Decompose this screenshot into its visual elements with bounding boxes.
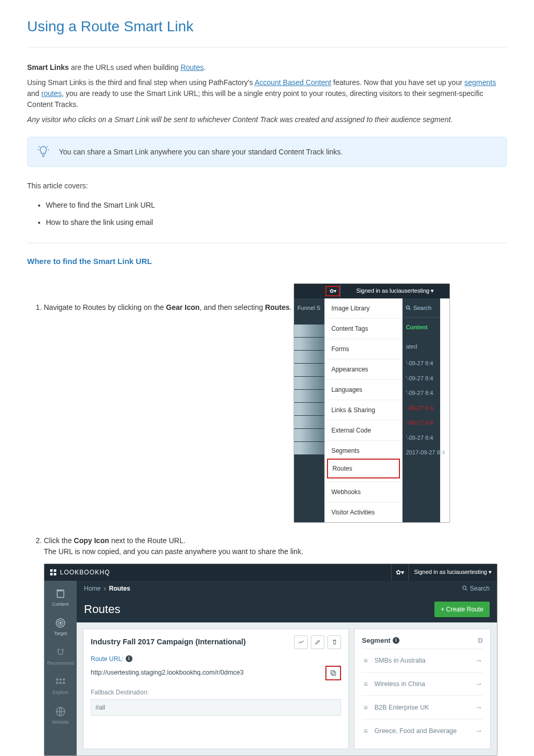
routes-heading: Routes bbox=[84, 601, 120, 618]
crumb-home[interactable]: Home bbox=[84, 584, 101, 593]
menu-visitor-activities[interactable]: Visitor Activities bbox=[325, 502, 402, 522]
svg-line-7 bbox=[409, 308, 411, 310]
menu-webhooks[interactable]: Webhooks bbox=[325, 482, 402, 502]
menu-external-code[interactable]: External Code bbox=[325, 421, 402, 441]
col-d: D bbox=[478, 635, 483, 646]
date-2: '-09-27 8:4 bbox=[403, 371, 440, 386]
abc-link[interactable]: Account Based Content bbox=[254, 78, 331, 87]
gear-menu: Image Library Content Tags Forms Appeara… bbox=[324, 298, 403, 522]
s2c: next to the Route URL. bbox=[109, 536, 185, 545]
drag-icon[interactable]: ≡ bbox=[362, 726, 369, 737]
delete-button[interactable] bbox=[327, 635, 341, 649]
gear-dropdown-highlight[interactable]: ✿▾ bbox=[325, 286, 340, 296]
fallback-label: Fallback Destination: bbox=[91, 688, 341, 697]
segments-card: Segment i D ≡ SMBs in Australia → bbox=[354, 629, 491, 750]
search-icon bbox=[406, 305, 411, 310]
tip-text: You can share a Smart Link anywhere you … bbox=[59, 147, 343, 158]
svg-point-6 bbox=[407, 306, 410, 309]
drag-icon[interactable]: ≡ bbox=[362, 702, 369, 713]
arrow-icon: → bbox=[475, 678, 483, 690]
menu-forms[interactable]: Forms bbox=[325, 339, 402, 359]
rail-target[interactable]: Target bbox=[44, 613, 77, 642]
svg-rect-18 bbox=[56, 682, 58, 684]
svg-rect-17 bbox=[63, 679, 65, 681]
s1d: Routes bbox=[265, 303, 289, 311]
copy-url-button[interactable] bbox=[325, 666, 341, 680]
signed-in-2[interactable]: Signed in as luciausertesting ▾ bbox=[409, 568, 492, 577]
search-right[interactable]: Search bbox=[462, 584, 490, 593]
segment-name: B2B Enterprise UK bbox=[374, 703, 429, 713]
info-icon[interactable]: i bbox=[393, 637, 399, 644]
covers-lead: This article covers: bbox=[27, 181, 507, 191]
covers-item-1: Where to find the Smart Link URL bbox=[46, 197, 507, 214]
menu-languages[interactable]: Languages bbox=[325, 380, 402, 400]
pencil-icon bbox=[314, 639, 321, 645]
drag-icon[interactable]: ≡ bbox=[362, 679, 369, 690]
route-card: Industry Fall 2017 Campaign (Internation… bbox=[83, 629, 349, 750]
routes-link[interactable]: Routes bbox=[180, 63, 203, 71]
menu-content-tags[interactable]: Content Tags bbox=[325, 319, 402, 339]
menu-routes-highlight[interactable]: Routes bbox=[325, 459, 402, 482]
routes-link-2[interactable]: routes bbox=[41, 89, 62, 98]
segment-row[interactable]: ≡ Greece, Food and Beverage → bbox=[362, 719, 483, 742]
svg-rect-24 bbox=[332, 671, 336, 675]
section-where-title: Where to find the Smart Link URL bbox=[27, 256, 507, 268]
menu-segments[interactable]: Segments bbox=[325, 441, 402, 459]
date-6: '-09-27 8:4 bbox=[403, 430, 440, 446]
rail-recommend[interactable]: Recommend bbox=[44, 643, 77, 671]
edit-button[interactable] bbox=[311, 635, 324, 649]
analytics-button[interactable] bbox=[294, 635, 308, 649]
date-7: 2017-09-27 8:4 bbox=[403, 445, 440, 460]
intro-line-1: Smart Links are the URLs used when build… bbox=[27, 62, 507, 73]
fallback-value: #all bbox=[91, 699, 341, 716]
drag-icon[interactable]: ≡ bbox=[362, 655, 369, 666]
rail-website[interactable]: Website bbox=[44, 702, 77, 730]
segments-link[interactable]: segments bbox=[465, 78, 496, 87]
create-route-button[interactable]: + Create Route bbox=[434, 602, 490, 617]
segment-row[interactable]: ≡ Wireless in China → bbox=[362, 672, 483, 695]
title-row: Routes + Create Route bbox=[77, 596, 497, 622]
intro-l2c: and bbox=[27, 89, 41, 98]
crumb-routes: Routes bbox=[109, 584, 130, 593]
rail-content[interactable]: Content bbox=[44, 584, 77, 613]
intro-italic: Any visitor who clicks on a Smart Link w… bbox=[27, 114, 507, 125]
info-icon[interactable]: i bbox=[126, 655, 132, 662]
target-icon bbox=[55, 617, 66, 629]
rail-target-label: Target bbox=[54, 631, 67, 636]
breadcrumb-row: Home › Routes Search bbox=[77, 581, 497, 596]
menu-image-library[interactable]: Image Library bbox=[325, 298, 402, 319]
menu-appearances[interactable]: Appearances bbox=[325, 359, 402, 380]
route-url-label: Route URL: i bbox=[91, 654, 341, 664]
segment-row[interactable]: ≡ SMBs in Australia → bbox=[362, 649, 483, 672]
rail-recommend-label: Recommend bbox=[47, 661, 74, 666]
trash-icon bbox=[331, 639, 338, 645]
brand-logo-icon bbox=[50, 569, 57, 576]
gear-dropdown[interactable]: ✿▾ bbox=[391, 564, 409, 581]
left-rail-partial: Funnel S bbox=[294, 298, 324, 522]
copy-icon bbox=[330, 669, 337, 677]
content-icon bbox=[55, 588, 66, 599]
page-title: Using a Route Smart Link bbox=[27, 0, 507, 47]
arrow-icon: → bbox=[475, 701, 483, 714]
step2-sub: The URL is now copied, and you can paste… bbox=[44, 546, 507, 557]
svg-rect-11 bbox=[54, 573, 56, 575]
route-url-value: http://usertesting.staging2.lookbookhq.c… bbox=[91, 668, 322, 678]
campaign-title: Industry Fall 2017 Campaign (Internation… bbox=[91, 637, 291, 648]
signed-in-label[interactable]: Signed in as luciausertesting ▾ bbox=[341, 284, 450, 298]
s1b: Gear Icon bbox=[166, 303, 200, 311]
rail-explore[interactable]: Explore bbox=[44, 672, 77, 701]
rail-website-label: Website bbox=[52, 719, 69, 725]
search-icon bbox=[462, 585, 468, 591]
date-5: '-09-27 8:4 bbox=[403, 415, 440, 430]
analytics-icon bbox=[298, 639, 305, 645]
menu-links-sharing[interactable]: Links & Sharing bbox=[325, 400, 402, 421]
svg-rect-19 bbox=[59, 682, 62, 684]
funnel-s-label: Funnel S bbox=[294, 298, 324, 318]
crumb-sep: › bbox=[104, 584, 106, 593]
segment-row[interactable]: ≡ B2B Enterprise UK → bbox=[362, 695, 483, 719]
divider bbox=[27, 243, 507, 243]
menu-routes[interactable]: Routes bbox=[327, 459, 400, 478]
search-row[interactable]: Search bbox=[403, 298, 440, 318]
segment-name: Greece, Food and Beverage bbox=[374, 726, 457, 736]
rail-explore-label: Explore bbox=[53, 690, 69, 695]
